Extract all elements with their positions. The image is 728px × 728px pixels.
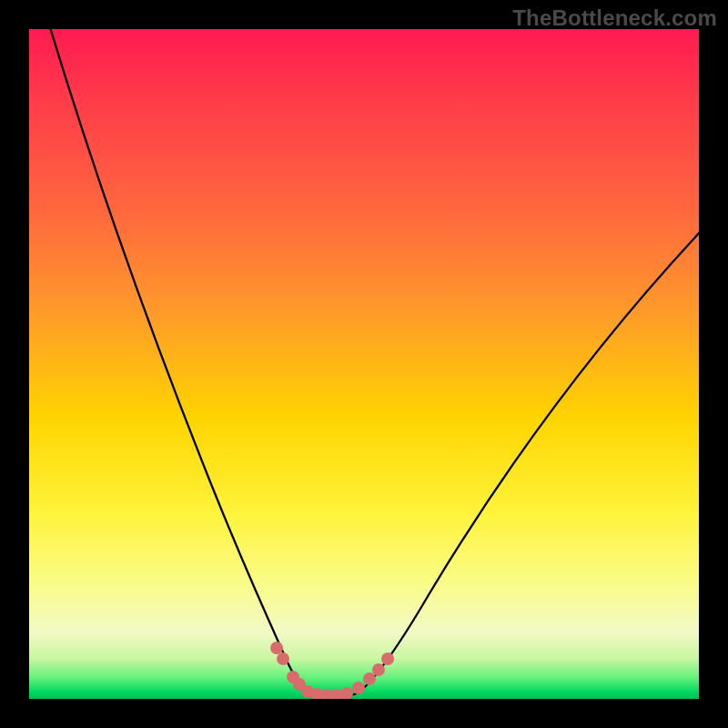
dot <box>340 687 353 699</box>
plot-area <box>29 29 699 699</box>
dot <box>277 652 289 665</box>
curve-left-branch <box>49 29 308 693</box>
curve-svg <box>29 29 699 699</box>
dot <box>381 652 394 665</box>
dot <box>270 642 283 654</box>
marker-dots <box>270 642 394 699</box>
chart-frame: TheBottleneck.com <box>0 0 728 728</box>
dot <box>363 672 376 685</box>
dot <box>352 682 365 694</box>
dot <box>372 663 385 676</box>
watermark-text: TheBottleneck.com <box>512 5 717 31</box>
curve-right-branch <box>359 229 699 693</box>
